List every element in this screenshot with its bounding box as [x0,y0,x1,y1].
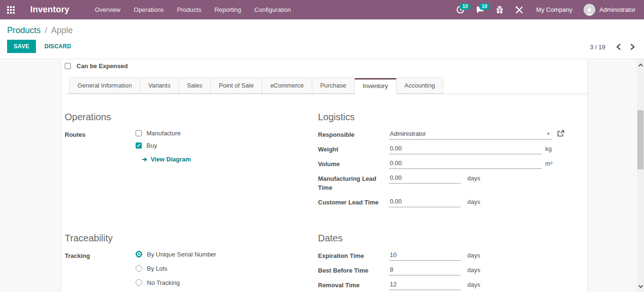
apps-menu-button[interactable] [0,0,22,19]
person-icon [585,7,594,16]
save-button[interactable]: SAVE [7,40,36,53]
tab-inventory[interactable]: Inventory [354,78,396,94]
pager-next-button[interactable] [629,43,636,51]
external-link-icon [558,130,564,137]
best-before-time-label: Best Before Time [318,265,389,275]
chevron-right-icon [630,44,635,50]
tools-button[interactable] [511,3,528,17]
routes-options: Manufacture Buy Vie [136,130,191,163]
tab-point-of-sale[interactable]: Point of Sale [210,78,262,94]
customer-lead-time-input[interactable] [389,197,461,207]
operations-section: Operations Routes Manufacture Buy [65,112,318,212]
dates-section: Dates Expiration Time days Best Before T… [318,233,587,292]
arrow-right-icon [142,157,148,162]
gift-icon [496,6,504,14]
can-be-expensed-field: Can be Expensed [65,62,587,70]
company-switcher[interactable]: My Company [531,3,578,16]
internal-link-button[interactable] [558,130,564,137]
menu-products[interactable]: Products [172,3,206,16]
by-lots-radio[interactable] [136,265,142,272]
logistics-title: Logistics [318,112,587,123]
dates-title: Dates [318,233,587,244]
tab-general-information[interactable]: General Information [69,78,140,94]
chevron-down-icon [638,285,643,288]
expiration-time-unit: days [467,251,480,259]
menu-overview[interactable]: Overview [90,3,125,16]
scroll-down-button[interactable] [637,283,644,290]
breadcrumb-products-link[interactable]: Products [7,26,41,35]
expiration-time-input[interactable] [389,251,461,261]
app-title: Inventory [30,5,69,15]
removal-time-input[interactable] [389,280,461,290]
navbar-systray: 10 10 [452,2,644,18]
tab-sales[interactable]: Sales [179,78,211,94]
manufacturing-lead-time-input[interactable] [389,174,461,184]
traceability-title: Traceability [65,233,318,244]
weight-label: Weight [318,144,389,154]
scrollbar-thumb[interactable] [637,110,644,169]
responsible-field: Responsible ▼ [318,130,587,140]
control-panel-buttons: SAVE DISCARD [7,40,644,53]
app-window: Inventory Overview Operations Products R… [0,0,644,292]
logistics-section: Logistics Responsible ▼ [318,112,587,212]
tab-purchase[interactable]: Purchase [312,78,354,94]
menu-reporting[interactable]: Reporting [210,3,246,16]
chevron-up-icon [638,63,643,67]
can-be-expensed-checkbox[interactable] [65,63,71,69]
weight-unit: kg [545,144,552,152]
discard-button[interactable]: DISCARD [43,40,73,53]
by-lots-label: By Lots [147,265,167,272]
tracking-lots-option: By Lots [136,265,216,272]
operations-title: Operations [65,112,318,123]
buy-checkbox[interactable] [136,142,142,149]
apps-grid-icon [7,6,15,14]
top-navbar: Inventory Overview Operations Products R… [0,0,644,19]
traceability-section: Traceability Tracking By Unique Serial N… [65,233,318,292]
serial-number-radio[interactable] [136,251,142,257]
scroll-up-button[interactable] [637,62,644,69]
manufacture-label: Manufacture [146,130,180,137]
vertical-scrollbar[interactable] [637,59,644,292]
gift-button[interactable] [491,3,508,17]
menu-configuration[interactable]: Configuration [249,3,295,16]
tracking-label: Tracking [65,251,136,261]
tracking-field: Tracking By Unique Serial Number By Lots [65,251,318,286]
no-tracking-radio[interactable] [136,279,142,286]
weight-input[interactable] [389,144,542,154]
tab-ecommerce[interactable]: eCommerce [262,78,312,94]
pager-value: 3 / 19 [590,44,605,51]
best-before-time-input[interactable] [389,265,461,275]
messages-button[interactable]: 10 [472,3,489,17]
expiration-time-label: Expiration Time [318,251,389,261]
removal-time-unit: days [467,280,480,288]
tracking-none-option: No Tracking [136,279,216,286]
route-buy-option: Buy [136,142,191,149]
customer-lead-time-field: Customer Lead Time days [318,197,587,207]
manufacturing-lead-time-unit: days [467,174,480,182]
volume-label: Volume [318,159,389,169]
tracking-serial-option: By Unique Serial Number [136,251,216,258]
dropdown-caret-icon[interactable]: ▼ [546,132,552,138]
view-diagram-link[interactable]: View Diagram [142,156,191,163]
weight-field: Weight kg [318,144,587,154]
responsible-input[interactable] [389,130,546,139]
activities-button[interactable]: 10 [452,3,469,17]
pager-previous-button[interactable] [615,43,622,51]
breadcrumb: Products / Apple [7,26,644,35]
tracking-options: By Unique Serial Number By Lots No Track… [136,251,216,286]
inventory-tab-content: Operations Routes Manufacture Buy [65,94,587,292]
manufacturing-lead-time-label: Manufacturing Lead Time [318,174,389,193]
customer-lead-time-label: Customer Lead Time [318,197,389,207]
volume-input[interactable] [389,159,542,169]
best-before-time-field: Best Before Time days [318,265,587,275]
menu-operations[interactable]: Operations [129,3,169,16]
tab-variants[interactable]: Variants [140,78,179,94]
user-menu[interactable]: Administrator [581,2,638,18]
responsible-many2one: ▼ [389,130,552,140]
removal-time-field: Removal Time days [318,280,587,290]
control-panel: Products / Apple SAVE DISCARD 3 / 19 [0,19,644,59]
main-menu: Overview Operations Products Reporting C… [90,3,296,16]
activity-count-badge: 10 [460,3,471,10]
manufacture-checkbox[interactable] [136,130,142,136]
tab-accounting[interactable]: Accounting [396,78,443,94]
